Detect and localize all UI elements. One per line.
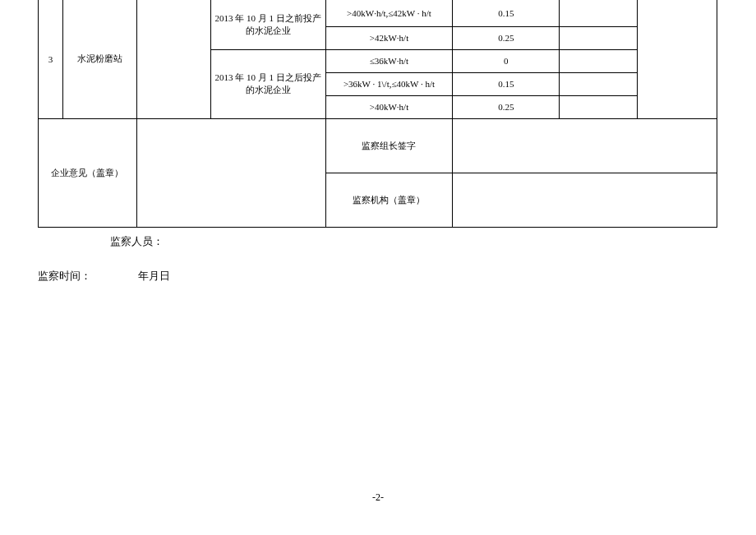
page-number: -2-	[0, 491, 756, 504]
cell-range: >40kW·h/t,≤42kW · h/t	[325, 0, 453, 26]
cell-value: 0.15	[453, 72, 560, 95]
cell-blank	[638, 0, 717, 118]
inspect-time-label: 监察时间：	[38, 270, 91, 282]
cell-value: 0.25	[453, 95, 560, 118]
cell-period-after: 2013 年 10 月 1 日之后投产的水泥企业	[210, 49, 325, 118]
cell-blank	[136, 0, 210, 118]
cell-sig-org: 监察机构（盖章）	[325, 173, 453, 227]
cell-blank	[560, 26, 638, 49]
cell-enterprise-opinion: 企业意见（盖章）	[39, 118, 137, 227]
cell-blank	[453, 173, 717, 227]
inspector-label: 监察人员：	[110, 235, 164, 247]
cell-index: 3	[39, 0, 63, 118]
cell-range: >40kW·h/t	[325, 95, 453, 118]
date-template: 年月日	[138, 270, 170, 282]
cell-blank	[560, 95, 638, 118]
data-table: 3 水泥粉磨站 2013 年 10 月 1 日之前投产的水泥企业 >40kW·h…	[38, 0, 717, 228]
cell-range: >42kW·h/t	[325, 26, 453, 49]
footer-line: 监察人员：	[38, 234, 756, 249]
cell-value: 0.15	[453, 0, 560, 26]
cell-blank	[560, 49, 638, 72]
cell-value: 0.25	[453, 26, 560, 49]
inspect-time-line: 监察时间： 年月日	[38, 269, 756, 284]
cell-blank	[136, 118, 325, 227]
cell-blank	[560, 72, 638, 95]
document-page: 3 水泥粉磨站 2013 年 10 月 1 日之前投产的水泥企业 >40kW·h…	[0, 0, 756, 284]
cell-blank	[560, 0, 638, 26]
table-row: 企业意见（盖章） 监察组长签字	[39, 118, 717, 173]
cell-sig-leader: 监察组长签字	[325, 118, 453, 173]
cell-range: >36kW · 1\/t,≤40kW · h/t	[325, 72, 453, 95]
cell-range: ≤36kW·h/t	[325, 49, 453, 72]
cell-name: 水泥粉磨站	[62, 0, 136, 118]
cell-value: 0	[453, 49, 560, 72]
table-row: 3 水泥粉磨站 2013 年 10 月 1 日之前投产的水泥企业 >40kW·h…	[39, 0, 717, 26]
cell-blank	[453, 118, 717, 173]
cell-period-before: 2013 年 10 月 1 日之前投产的水泥企业	[210, 0, 325, 49]
